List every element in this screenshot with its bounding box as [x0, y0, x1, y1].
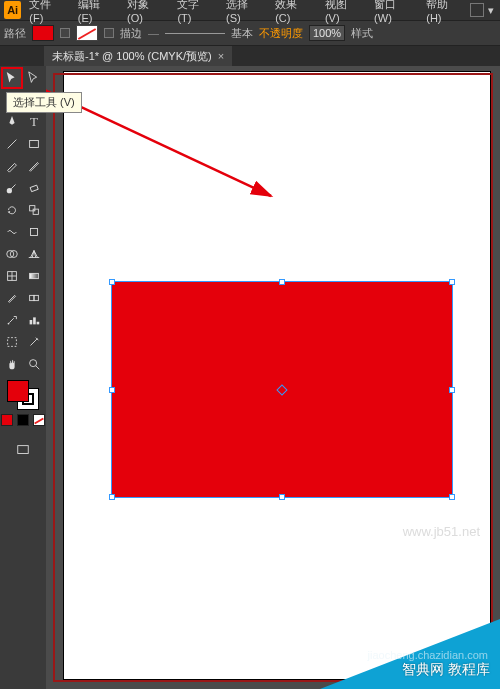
svg-rect-15	[30, 320, 33, 324]
svg-rect-2	[30, 141, 39, 148]
svg-rect-7	[31, 229, 38, 236]
svg-rect-12	[30, 295, 34, 300]
opacity-label: 不透明度	[259, 26, 303, 41]
svg-rect-13	[34, 295, 38, 300]
svg-rect-16	[33, 317, 36, 324]
blob-brush-tool[interactable]	[2, 178, 22, 198]
svg-point-14	[8, 323, 10, 325]
paintbrush-tool[interactable]	[2, 156, 22, 176]
watermark-url: www.jb51.net	[403, 524, 480, 539]
perspective-grid-tool[interactable]	[24, 244, 44, 264]
menu-bar: Ai 文件(F) 编辑(E) 对象(O) 文字(T) 选择(S) 效果(C) 视…	[0, 0, 500, 20]
tooltip: 选择工具 (V)	[6, 92, 82, 113]
handle-bottom-right[interactable]	[449, 494, 455, 500]
path-label: 路径	[4, 26, 26, 41]
selection-bounding-box	[111, 281, 453, 498]
svg-rect-5	[30, 206, 35, 211]
direct-selection-tool[interactable]	[24, 68, 44, 88]
handle-top-right[interactable]	[449, 279, 455, 285]
menu-view[interactable]: 视图(V)	[319, 0, 366, 26]
stroke-dropdown-icon[interactable]	[104, 28, 114, 38]
fill-color-chip[interactable]	[7, 380, 29, 402]
toolbox: T	[0, 66, 46, 689]
slice-tool[interactable]	[24, 332, 44, 352]
watermark-brand: 智典网 教程库	[402, 661, 490, 679]
menu-select[interactable]: 选择(S)	[220, 0, 267, 26]
selection-tool[interactable]	[2, 68, 22, 88]
stroke-style-preview[interactable]	[165, 33, 225, 34]
blend-tool[interactable]	[24, 288, 44, 308]
color-mode-none[interactable]	[33, 414, 45, 426]
watermark-sub: jiaocheng.chazidian.com	[368, 649, 488, 661]
symbol-sprayer-tool[interactable]	[2, 310, 22, 330]
svg-rect-4	[30, 185, 38, 192]
pen-tool[interactable]	[2, 112, 22, 132]
svg-point-19	[30, 360, 37, 367]
handle-bottom-left[interactable]	[109, 494, 115, 500]
width-tool[interactable]	[2, 222, 22, 242]
selection-center-icon	[276, 384, 287, 395]
artboard[interactable]	[64, 72, 490, 679]
pencil-tool[interactable]	[24, 156, 44, 176]
workspace-switcher-icon[interactable]	[470, 3, 484, 17]
stroke-label: 描边	[120, 26, 142, 41]
handle-mid-right[interactable]	[449, 387, 455, 393]
canvas-area[interactable]: www.jb51.net jiaocheng.chazidian.com 智典网…	[46, 66, 500, 689]
rotate-tool[interactable]	[2, 200, 22, 220]
menu-object[interactable]: 对象(O)	[121, 0, 169, 26]
handle-top-mid[interactable]	[279, 279, 285, 285]
menu-file[interactable]: 文件(F)	[23, 0, 70, 26]
fill-color-swatch[interactable]	[32, 25, 54, 41]
color-mode-row	[1, 414, 45, 426]
opacity-value-field[interactable]: 100%	[309, 25, 345, 41]
line-tool[interactable]	[2, 134, 22, 154]
gradient-tool[interactable]	[24, 266, 44, 286]
hand-tool[interactable]	[2, 354, 22, 374]
svg-line-1	[8, 140, 17, 149]
stroke-weight-field[interactable]: —	[148, 27, 159, 39]
handle-top-left[interactable]	[109, 279, 115, 285]
menu-type[interactable]: 文字(T)	[171, 0, 218, 26]
menu-effect[interactable]: 效果(C)	[269, 0, 317, 26]
fill-dropdown-icon[interactable]	[60, 28, 70, 38]
svg-rect-21	[18, 446, 29, 454]
artboard-tool[interactable]	[2, 332, 22, 352]
handle-bottom-mid[interactable]	[279, 494, 285, 500]
eraser-tool[interactable]	[24, 178, 44, 198]
color-mode-gradient[interactable]	[17, 414, 29, 426]
handle-mid-left[interactable]	[109, 387, 115, 393]
menu-edit[interactable]: 编辑(E)	[72, 0, 119, 26]
style-label: 样式	[351, 26, 373, 41]
rectangle-tool[interactable]	[24, 134, 44, 154]
svg-rect-17	[37, 322, 40, 325]
type-tool[interactable]: T	[24, 112, 44, 132]
close-tab-icon[interactable]: ×	[218, 50, 224, 62]
shape-builder-tool[interactable]	[2, 244, 22, 264]
document-tab-title: 未标题-1* @ 100% (CMYK/预览)	[52, 49, 212, 64]
scale-tool[interactable]	[24, 200, 44, 220]
document-tab[interactable]: 未标题-1* @ 100% (CMYK/预览) ×	[44, 46, 232, 66]
column-graph-tool[interactable]	[24, 310, 44, 330]
stroke-color-swatch[interactable]	[76, 25, 98, 41]
mesh-tool[interactable]	[2, 266, 22, 286]
menu-help[interactable]: 帮助(H)	[420, 0, 468, 26]
eyedropper-tool[interactable]	[2, 288, 22, 308]
color-selector[interactable]	[7, 380, 39, 410]
basic-label: 基本	[231, 26, 253, 41]
menu-window[interactable]: 窗口(W)	[368, 0, 418, 26]
zoom-tool[interactable]	[24, 354, 44, 374]
free-transform-tool[interactable]	[24, 222, 44, 242]
workspace: T	[0, 66, 500, 689]
red-rectangle-shape[interactable]	[112, 282, 452, 497]
svg-rect-18	[8, 338, 17, 347]
svg-line-20	[36, 366, 40, 370]
search-icon[interactable]: ▾	[488, 4, 494, 17]
document-tabs: 未标题-1* @ 100% (CMYK/预览) ×	[0, 46, 500, 66]
app-logo: Ai	[4, 1, 21, 19]
screen-mode-tool[interactable]	[13, 440, 33, 460]
svg-rect-11	[30, 273, 39, 278]
color-mode-solid[interactable]	[1, 414, 13, 426]
svg-rect-6	[33, 209, 38, 214]
